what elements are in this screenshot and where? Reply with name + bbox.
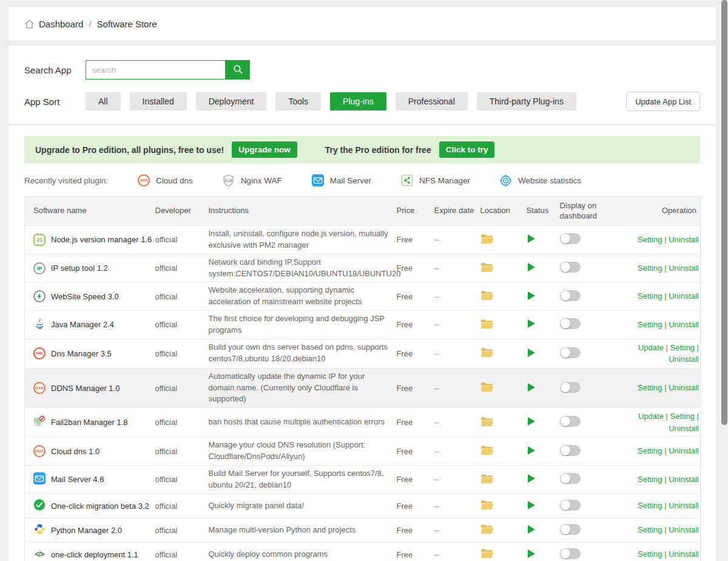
uninstall-link[interactable]: Uninstall	[669, 355, 699, 364]
setting-link[interactable]: Setting	[638, 501, 662, 510]
recent-plugin-mail-server[interactable]: Mail Server	[311, 174, 371, 187]
folder-icon[interactable]	[480, 237, 493, 246]
play-icon[interactable]	[528, 263, 535, 271]
setting-link[interactable]: Setting	[638, 264, 662, 273]
play-icon[interactable]	[528, 446, 535, 455]
table-row[interactable]: Python Manager 2.0 official Manage multi…	[25, 518, 701, 542]
setting-link[interactable]: Setting	[670, 343, 695, 352]
setting-link[interactable]: Setting	[638, 320, 662, 329]
uninstall-link[interactable]: Uninstall	[669, 383, 699, 392]
filter-professional[interactable]: Professional	[396, 92, 468, 110]
play-icon[interactable]	[528, 525, 535, 534]
recent-plugin-cloud-dns[interactable]: DDNSCloud dns	[137, 174, 193, 187]
folder-icon[interactable]	[480, 420, 493, 429]
table-row[interactable]: DDNS DDNS Manager 1.0 official Automatic…	[25, 368, 701, 408]
filter-deployment[interactable]: Deployment	[196, 92, 267, 110]
table-row[interactable]: One-click migration beta 3.2 official Qu…	[25, 494, 701, 518]
table-row[interactable]: Fail2ban Manager 1.8 official ban hosts …	[25, 408, 701, 437]
dashboard-toggle[interactable]	[560, 416, 581, 427]
dashboard-toggle[interactable]	[560, 290, 581, 301]
setting-link[interactable]: Setting	[638, 549, 662, 559]
play-icon[interactable]	[528, 319, 535, 328]
play-icon[interactable]	[528, 234, 535, 243]
folder-icon[interactable]	[480, 322, 493, 331]
uninstall-link[interactable]: Uninstall	[669, 320, 699, 329]
setting-link[interactable]: Setting	[638, 383, 662, 392]
uninstall-link[interactable]: Uninstall	[669, 264, 699, 273]
table-row[interactable]: </> one-click deployment 1.1 official Qu…	[25, 542, 701, 561]
table-row[interactable]: Java Manager 2.4 official The first choi…	[25, 311, 701, 339]
play-icon[interactable]	[528, 549, 535, 558]
header-operation: Operation	[621, 197, 701, 226]
uninstall-link[interactable]: Uninstall	[669, 525, 699, 534]
play-icon[interactable]	[528, 474, 535, 483]
recent-plugin-website-statistics[interactable]: Website statistics	[499, 174, 581, 187]
recent-plugin-nfs-manager[interactable]: NFS Manager	[400, 174, 470, 187]
table-row[interactable]: IP IP setup tool 1.2 official Network ca…	[25, 254, 701, 282]
update-app-list-button[interactable]: Update App List	[626, 92, 700, 111]
setting-link[interactable]: Setting	[638, 291, 662, 301]
dashboard-toggle[interactable]	[560, 233, 581, 244]
setting-link[interactable]: Setting	[638, 235, 662, 244]
developer-cell: official	[155, 339, 209, 368]
play-icon[interactable]	[528, 383, 535, 392]
folder-icon[interactable]	[480, 350, 493, 359]
filter-plug-ins[interactable]: Plug-ins	[330, 92, 386, 110]
table-row[interactable]: WebSite Speed 3.0 official Website accel…	[25, 282, 701, 311]
uninstall-link[interactable]: Uninstall	[669, 549, 699, 559]
table-row[interactable]: JS Node.js version manager 1.6 official …	[25, 226, 701, 254]
folder-icon[interactable]	[480, 385, 493, 394]
uninstall-link[interactable]: Uninstall	[669, 291, 699, 301]
breadcrumb-software-store[interactable]: Software Store	[97, 19, 157, 29]
recent-plugin-nginx-waf[interactable]: WAFNginx WAF	[222, 174, 282, 187]
breadcrumb-dashboard[interactable]: Dashboard	[39, 19, 83, 29]
home-icon[interactable]	[24, 19, 35, 29]
dashboard-toggle[interactable]	[560, 500, 581, 511]
uninstall-link[interactable]: Uninstall	[669, 235, 699, 244]
update-link[interactable]: Update	[638, 343, 664, 352]
search-button[interactable]	[225, 60, 250, 80]
dashboard-toggle[interactable]	[560, 318, 581, 329]
setting-link[interactable]: Setting	[638, 475, 662, 484]
folder-icon[interactable]	[480, 477, 493, 486]
dashboard-toggle[interactable]	[560, 262, 581, 273]
uninstall-link[interactable]: Uninstall	[669, 475, 699, 484]
table-row[interactable]: DDNS Cloud dns 1.0 official Manage your …	[25, 437, 701, 466]
dashboard-toggle[interactable]	[560, 524, 581, 535]
instructions-cell: ban hosts that cause multiple authentica…	[209, 408, 397, 437]
filter-tools[interactable]: Tools	[275, 92, 321, 110]
operation-cell: Setting | Uninstall	[621, 254, 701, 282]
folder-icon[interactable]	[480, 448, 493, 457]
setting-link[interactable]: Setting	[670, 412, 695, 421]
click-to-try-button[interactable]: Click to try	[439, 141, 495, 158]
filter-all[interactable]: All	[86, 92, 121, 110]
search-input[interactable]	[86, 60, 225, 80]
filter-installed[interactable]: Installed	[130, 92, 187, 110]
play-icon[interactable]	[528, 348, 535, 357]
upgrade-now-button[interactable]: Upgrade now	[232, 141, 297, 158]
dashboard-toggle[interactable]	[560, 382, 581, 393]
folder-icon[interactable]	[480, 265, 493, 274]
dashboard-toggle[interactable]	[560, 548, 581, 559]
dashboard-toggle[interactable]	[560, 473, 581, 484]
uninstall-link[interactable]: Uninstall	[669, 446, 699, 455]
scrollbar-thumb[interactable]	[721, 0, 727, 425]
uninstall-link[interactable]: Uninstall	[669, 424, 699, 433]
play-icon[interactable]	[528, 417, 535, 426]
folder-icon[interactable]	[480, 293, 493, 302]
dashboard-toggle[interactable]	[560, 347, 581, 358]
uninstall-link[interactable]: Uninstall	[669, 501, 699, 510]
dashboard-toggle[interactable]	[560, 445, 581, 456]
filter-third-party-plug-ins[interactable]: Third-party Plug-ins	[477, 92, 576, 110]
setting-link[interactable]: Setting	[638, 446, 662, 455]
update-link[interactable]: Update	[638, 412, 664, 421]
setting-link[interactable]: Setting	[638, 525, 662, 534]
scrollbar-track[interactable]	[720, 0, 728, 561]
play-icon[interactable]	[528, 291, 535, 300]
folder-icon[interactable]	[480, 527, 493, 536]
table-row[interactable]: Mail Server 4.6 official Build Mail Serv…	[25, 465, 701, 494]
folder-icon[interactable]	[480, 551, 493, 560]
table-row[interactable]: DNS Dns Manager 3.5 official Build your …	[25, 339, 701, 368]
folder-icon[interactable]	[480, 503, 493, 512]
play-icon[interactable]	[528, 501, 535, 509]
